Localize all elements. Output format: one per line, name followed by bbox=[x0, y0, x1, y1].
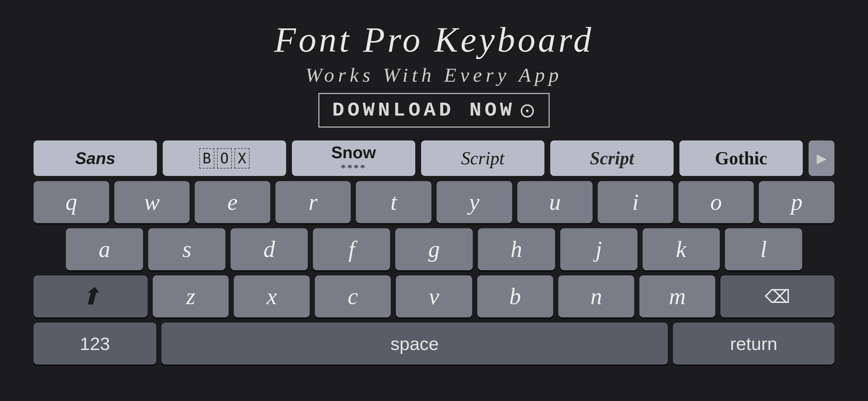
download-label: DOWNLOAD NOW bbox=[332, 99, 515, 122]
numbers-key[interactable]: 123 bbox=[34, 322, 156, 365]
font-key-gothic[interactable]: Gothic bbox=[679, 141, 803, 176]
delete-key[interactable]: ⌫ bbox=[720, 275, 834, 317]
font-key-more[interactable]: ▶ bbox=[809, 141, 834, 176]
key-q[interactable]: q bbox=[34, 181, 109, 223]
font-box-label: B O X bbox=[199, 148, 250, 168]
shift-icon: ⬆ bbox=[81, 283, 100, 310]
key-c[interactable]: c bbox=[315, 275, 391, 317]
key-y[interactable]: y bbox=[437, 181, 512, 223]
key-s[interactable]: s bbox=[148, 228, 225, 270]
key-z[interactable]: z bbox=[153, 275, 228, 317]
download-button[interactable]: DOWNLOAD NOW ⊙ bbox=[318, 93, 550, 127]
key-l[interactable]: l bbox=[725, 228, 802, 270]
key-h[interactable]: h bbox=[478, 228, 555, 270]
key-t[interactable]: t bbox=[356, 181, 431, 223]
font-key-script2[interactable]: Script bbox=[550, 141, 674, 176]
key-f[interactable]: f bbox=[313, 228, 390, 270]
key-w[interactable]: w bbox=[114, 181, 190, 223]
key-p[interactable]: p bbox=[759, 181, 834, 223]
key-b[interactable]: b bbox=[477, 275, 553, 317]
keyboard-container: Sans B O X Snow **** Script Script Gothi… bbox=[21, 141, 847, 365]
font-key-script1[interactable]: Script bbox=[421, 141, 545, 176]
font-style-row: Sans B O X Snow **** Script Script Gothi… bbox=[34, 141, 834, 176]
font-key-box[interactable]: B O X bbox=[163, 141, 286, 176]
key-x[interactable]: x bbox=[234, 275, 310, 317]
snow-label: Snow bbox=[331, 143, 376, 162]
app-title: Font Pro Keyboard bbox=[274, 19, 593, 60]
box-b: B bbox=[199, 148, 214, 168]
shift-key[interactable]: ⬆ bbox=[34, 275, 148, 317]
key-row-3: ⬆ z x c v b n m ⌫ bbox=[34, 275, 834, 317]
key-k[interactable]: k bbox=[643, 228, 720, 270]
return-label: return bbox=[730, 333, 777, 354]
script1-label: Script bbox=[461, 148, 504, 168]
key-j[interactable]: j bbox=[560, 228, 638, 270]
space-label: space bbox=[391, 333, 438, 354]
font-key-snow[interactable]: Snow **** bbox=[292, 141, 415, 176]
key-d[interactable]: d bbox=[230, 228, 308, 270]
bottom-row: 123 space return bbox=[34, 322, 834, 365]
key-v[interactable]: v bbox=[396, 275, 472, 317]
key-g[interactable]: g bbox=[395, 228, 472, 270]
font-sans-label: Sans bbox=[75, 149, 115, 168]
key-n[interactable]: n bbox=[558, 275, 634, 317]
key-r[interactable]: r bbox=[275, 181, 351, 223]
box-x: X bbox=[235, 148, 250, 168]
return-key[interactable]: return bbox=[673, 322, 834, 365]
delete-icon: ⌫ bbox=[765, 286, 790, 307]
header: Font Pro Keyboard Works With Every App D… bbox=[274, 0, 593, 127]
key-m[interactable]: m bbox=[640, 275, 715, 317]
download-icon: ⊙ bbox=[519, 98, 536, 122]
key-row-2: a s d f g h j k l bbox=[34, 228, 834, 270]
key-a[interactable]: a bbox=[66, 228, 143, 270]
gothic-label: Gothic bbox=[715, 148, 767, 168]
snow-dots: **** bbox=[341, 162, 367, 174]
key-u[interactable]: u bbox=[517, 181, 593, 223]
script2-label: Script bbox=[590, 148, 634, 168]
space-key[interactable]: space bbox=[161, 322, 668, 365]
font-key-sans[interactable]: Sans bbox=[34, 141, 157, 176]
key-i[interactable]: i bbox=[598, 181, 673, 223]
more-label: ▶ bbox=[817, 151, 827, 166]
snow-container: Snow **** bbox=[331, 143, 376, 174]
box-o: O bbox=[217, 148, 232, 168]
key-e[interactable]: e bbox=[195, 181, 270, 223]
key-o[interactable]: o bbox=[678, 181, 754, 223]
key-row-1: q w e r t y u i o p bbox=[34, 181, 834, 223]
numbers-label: 123 bbox=[80, 333, 110, 354]
app-subtitle: Works With Every App bbox=[306, 64, 562, 87]
